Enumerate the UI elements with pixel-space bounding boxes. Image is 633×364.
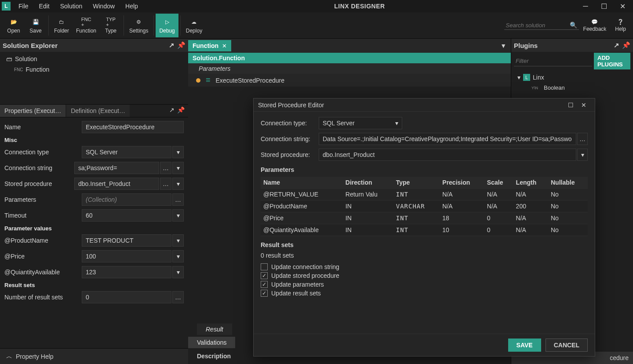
prop-name-input[interactable] — [82, 121, 184, 133]
dlg-connstring-input[interactable] — [319, 133, 576, 145]
popout-icon[interactable]: ↗ — [169, 41, 175, 49]
toolbar-help-button[interactable]: ❔ Help — [611, 17, 630, 34]
ellipsis-button[interactable]: … — [172, 193, 184, 206]
toolbar-function-button[interactable]: FNC+ Function — [73, 14, 100, 37]
toolbar-debug-button[interactable]: ▷ Debug — [156, 14, 178, 37]
prop-qty-input[interactable] — [82, 266, 171, 278]
prop-productname-input[interactable] — [82, 234, 171, 247]
popout-icon[interactable]: ↗ — [614, 41, 619, 49]
table-row[interactable]: @QuiantityAvailable IN INT 10 0 N/A No — [261, 224, 588, 236]
boolean-type-tag: Y\N — [531, 86, 541, 90]
prop-price-input[interactable] — [82, 250, 171, 262]
toolbar-divider — [153, 15, 154, 36]
popout-icon[interactable]: ↗ — [169, 106, 175, 115]
toolbar-type-button[interactable]: TYP+ Type — [100, 14, 122, 37]
window-close-button[interactable]: ✕ — [614, 1, 631, 11]
ellipsis-button[interactable]: … — [160, 162, 171, 174]
menu-window[interactable]: Window — [88, 1, 119, 11]
window-maximize-button[interactable]: ☐ — [595, 1, 613, 11]
dlg-storedproc-label: Stored procedure: — [261, 151, 319, 158]
pin-icon[interactable]: 📌 — [622, 41, 630, 49]
add-plugins-button[interactable]: ADD PLUGINS — [594, 53, 630, 69]
menu-edit[interactable]: Edit — [35, 1, 54, 11]
prop-productname-label: @ProductName — [4, 237, 82, 244]
col-scale: Scale — [484, 177, 513, 189]
prop-storedproc-input[interactable] — [74, 178, 159, 190]
table-row[interactable]: @Price IN INT 18 0 N/A No — [261, 212, 588, 224]
filter-icon[interactable]: ▼ — [496, 42, 511, 49]
toolbar-deploy-button[interactable]: ☁ Deploy — [182, 14, 206, 37]
dialog-maximize-button[interactable]: ☐ — [564, 102, 577, 109]
validations-tab[interactable]: Validations — [188, 337, 235, 348]
prop-resultcount-input[interactable] — [82, 291, 171, 303]
properties-tab[interactable]: Properties (Execut… — [0, 105, 65, 117]
dlg-conntype-select[interactable]: SQL Server ▾ — [319, 117, 402, 129]
result-sets-section-label: Result sets — [4, 282, 184, 288]
prop-price-label: @Price — [4, 253, 82, 260]
toolbar-folder-label: Folder — [54, 28, 69, 34]
dropdown-icon[interactable]: ▾ — [172, 266, 184, 278]
function-item-execsp[interactable]: ≡ ExecuteStoredProcedure — [188, 74, 511, 87]
save-icon: 💾 — [31, 17, 40, 27]
dropdown-icon[interactable]: ▾ — [172, 250, 184, 262]
chevron-down-icon[interactable]: ▾ — [577, 149, 588, 161]
breakpoint-dot-icon[interactable] — [196, 78, 200, 83]
checkbox-update-parameters[interactable] — [261, 281, 268, 288]
plugin-linx-item[interactable]: ▾ L Linx — [514, 72, 630, 83]
dropdown-icon[interactable]: ▾ — [172, 234, 184, 247]
prop-timeout-input[interactable] — [82, 209, 171, 222]
toolbar-folder-button[interactable]: 🗀 Folder — [51, 14, 73, 37]
toolbar-settings-button[interactable]: ⚙ Settings — [126, 14, 152, 37]
cancel-button[interactable]: CANCEL — [546, 339, 588, 352]
gear-icon: ⚙ — [134, 17, 144, 27]
pin-icon[interactable]: 📌 — [177, 106, 185, 115]
solution-function-item[interactable]: FNC Function — [0, 64, 188, 75]
function-add-icon: FNC+ — [81, 17, 91, 27]
menu-file[interactable]: File — [14, 1, 33, 11]
toolbar-save-button[interactable]: 💾 Save — [25, 14, 47, 37]
ellipsis-button[interactable]: … — [577, 133, 588, 145]
table-row[interactable]: @ProductName IN VARCHAR N/A N/A 200 No — [261, 200, 588, 212]
dlg-storedproc-input[interactable] — [319, 149, 576, 161]
toolbar-feedback-button[interactable]: 💬 Feedback — [579, 17, 611, 34]
checkbox-update-connection-label: Update connection string — [271, 263, 339, 270]
toolbar-help-label: Help — [615, 26, 626, 32]
plugins-filter-input[interactable] — [514, 56, 592, 66]
ellipsis-button[interactable]: … — [160, 178, 171, 190]
prop-connstring-input[interactable] — [74, 162, 159, 174]
prop-params-input[interactable] — [82, 193, 171, 206]
solution-root-item[interactable]: 🗃 Solution — [0, 54, 188, 64]
dialog-close-button[interactable]: ✕ — [577, 102, 590, 109]
search-solution-box[interactable]: 🔍 — [504, 21, 579, 30]
search-icon[interactable]: 🔍 — [570, 22, 577, 29]
editor-tab-function[interactable]: Function ✕ — [188, 40, 231, 51]
checkbox-update-resultsets[interactable] — [261, 290, 268, 297]
close-tab-icon[interactable]: ✕ — [222, 43, 227, 49]
function-item-label: ExecuteStoredProcedure — [216, 77, 284, 84]
save-button[interactable]: SAVE — [508, 339, 541, 352]
dropdown-icon[interactable]: ▾ — [172, 178, 184, 190]
prop-conntype-label: Connection type — [4, 149, 82, 156]
dropdown-icon[interactable]: ▾ — [172, 162, 184, 174]
dropdown-icon[interactable]: ▾ — [172, 209, 184, 222]
property-help-label: Property Help — [16, 353, 54, 360]
table-row[interactable]: @RETURN_VALUE Return Valu INT N/A N/A N/… — [261, 189, 588, 200]
parameters-header: Parameters — [188, 63, 511, 74]
checkbox-update-connection[interactable] — [261, 263, 268, 270]
pin-icon[interactable]: 📌 — [177, 41, 186, 49]
plugin-boolean-item[interactable]: Y\N Boolean — [514, 83, 630, 93]
window-minimize-button[interactable]: ─ — [577, 1, 594, 11]
prop-conntype-input[interactable] — [82, 146, 171, 158]
ellipsis-button[interactable]: … — [172, 291, 184, 303]
property-help-bar[interactable]: ︿ Property Help — [0, 348, 188, 364]
search-solution-input[interactable] — [506, 22, 570, 29]
toolbar-open-button[interactable]: 📂 Open — [3, 14, 25, 37]
result-tab[interactable]: Result — [197, 324, 232, 335]
database-icon: ≡ — [206, 76, 211, 85]
dialog-title: Stored Procedure Editor — [258, 102, 564, 109]
menu-solution[interactable]: Solution — [56, 1, 87, 11]
definition-tab[interactable]: Definition (Execut… — [66, 105, 130, 117]
checkbox-update-procedure[interactable] — [261, 272, 268, 279]
dropdown-icon[interactable]: ▾ — [172, 146, 184, 158]
menu-help[interactable]: Help — [121, 1, 142, 11]
